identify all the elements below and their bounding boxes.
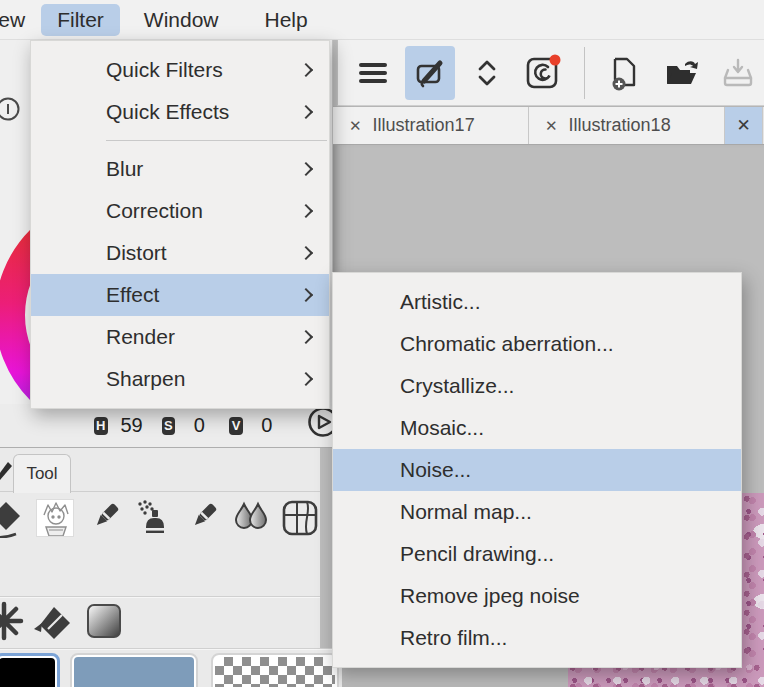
menu-item-artistic[interactable]: Artistic...: [333, 281, 741, 323]
chevron-right-icon: [299, 162, 313, 176]
menu-item-normal-map[interactable]: Normal map...: [333, 491, 741, 533]
liquify-tool-icon[interactable]: [280, 498, 320, 538]
menu-filter[interactable]: Filter: [41, 4, 120, 36]
menu-help[interactable]: Help: [249, 4, 324, 36]
menu-separator: [106, 140, 327, 141]
hsv-readout: H 59 S 0 V 0: [0, 404, 332, 448]
menu-item-label: Pencil drawing...: [400, 542, 554, 566]
brush-tool-icon[interactable]: [84, 498, 124, 538]
filter-menu: Quick Filters Quick Effects Blur Correct…: [30, 40, 330, 409]
object-select-icon[interactable]: [405, 46, 455, 100]
subtool-icon-row: [0, 601, 124, 641]
menu-item-label: Normal map...: [400, 500, 532, 524]
menu-item-label: Chromatic aberration...: [400, 332, 614, 356]
menu-item-label: Retro film...: [400, 626, 507, 650]
marker-brush-icon[interactable]: [182, 498, 222, 538]
clip-studio-icon[interactable]: [519, 46, 569, 100]
value-badge: V: [229, 417, 243, 435]
menu-item-effect[interactable]: Effect: [31, 274, 329, 316]
tab-tool[interactable]: Tool: [13, 454, 71, 493]
close-tab-icon[interactable]: ✕: [349, 117, 362, 135]
menu-item-mosaic[interactable]: Mosaic...: [333, 407, 741, 449]
menu-item-label: Mosaic...: [400, 416, 484, 440]
menu-item-correction[interactable]: Correction: [31, 190, 329, 232]
menu-item-render[interactable]: Render: [31, 316, 329, 358]
chevron-right-icon: [299, 204, 313, 218]
menu-item-distort[interactable]: Distort: [31, 232, 329, 274]
tool-icon-row: [0, 498, 320, 538]
sub-color-swatch[interactable]: [70, 653, 198, 687]
menu-item-label: Artistic...: [400, 290, 481, 314]
gradient-tool-icon[interactable]: [84, 601, 124, 641]
menu-item-retro-film[interactable]: Retro film...: [333, 617, 741, 659]
chevron-right-icon: [299, 330, 313, 344]
menu-item-label: Quick Filters: [106, 58, 223, 82]
chevron-right-icon: [299, 246, 313, 260]
starburst-tool-icon[interactable]: [0, 601, 24, 641]
chevron-right-icon: [299, 63, 313, 77]
saturation-value: 0: [184, 414, 214, 437]
menu-item-label: Noise...: [400, 458, 471, 482]
color-swatch-row: [0, 650, 342, 687]
airbrush-tool-icon[interactable]: [133, 498, 173, 538]
menu-item-label: Quick Effects: [106, 100, 229, 124]
close-tab-icon[interactable]: ✕: [736, 115, 750, 136]
menu-item-label: Remove jpeg noise: [400, 584, 580, 608]
command-bar: [337, 40, 764, 106]
toolbar-divider: [584, 47, 585, 99]
menu-item-quick-filters[interactable]: Quick Filters: [31, 49, 329, 91]
fill-bucket-icon[interactable]: [32, 601, 76, 641]
value-value: 0: [252, 414, 282, 437]
menu-item-sharpen[interactable]: Sharpen: [31, 358, 329, 400]
canvas-artwork[interactable]: [742, 493, 764, 687]
hue-badge: H: [94, 417, 108, 435]
tab-title: Illustration18: [569, 115, 671, 136]
tab-active-partial[interactable]: ✕: [725, 107, 763, 144]
hamburger-menu-icon[interactable]: [348, 46, 398, 100]
chevron-right-icon: [299, 105, 313, 119]
menu-item-remove-jpeg-noise[interactable]: Remove jpeg noise: [333, 575, 741, 617]
menu-item-noise[interactable]: Noise...: [333, 449, 741, 491]
menu-item-label: Effect: [106, 283, 159, 307]
effect-submenu: Artistic... Chromatic aberration... Crys…: [332, 272, 742, 668]
menu-item-crystallize[interactable]: Crystallize...: [333, 365, 741, 407]
tab-title: Illustration17: [373, 115, 475, 136]
tab-illustration18[interactable]: ✕ Illustration18: [529, 107, 725, 144]
menu-bar: View Filter Window Help: [0, 0, 764, 40]
menu-item-pencil-drawing[interactable]: Pencil drawing...: [333, 533, 741, 575]
menu-item-label: Crystallize...: [400, 374, 514, 398]
document-tab-bar: ✕ Illustration17 ✕ Illustration18 ✕: [333, 106, 764, 145]
main-color-swatch[interactable]: [0, 653, 60, 687]
brush-icon: [0, 460, 12, 480]
menu-item-label: Blur: [106, 157, 143, 181]
menu-item-label: Correction: [106, 199, 203, 223]
chevron-right-icon: [299, 288, 313, 302]
color-set-icon[interactable]: [305, 405, 332, 441]
menu-item-label: Render: [106, 325, 175, 349]
panel-divider: [0, 648, 344, 649]
hue-value: 59: [117, 414, 147, 437]
menu-item-label: Distort: [106, 241, 167, 265]
menu-item-chromatic-aberration[interactable]: Chromatic aberration...: [333, 323, 741, 365]
save-icon[interactable]: [714, 46, 764, 100]
clip-studio-paint-window: View Filter Window Help: [0, 0, 764, 687]
open-file-icon[interactable]: [657, 46, 707, 100]
marker-tool-icon[interactable]: [0, 498, 26, 538]
chevron-right-icon: [299, 372, 313, 386]
tool-tab-label: Tool: [26, 464, 57, 484]
menu-item-blur[interactable]: Blur: [31, 148, 329, 190]
menu-item-quick-effects[interactable]: Quick Effects: [31, 91, 329, 133]
new-document-icon[interactable]: [600, 46, 650, 100]
decoration-brush-thumbnail[interactable]: [35, 498, 75, 538]
close-tab-icon[interactable]: ✕: [545, 117, 558, 135]
blend-tool-icon[interactable]: [231, 498, 271, 538]
collapse-expand-icon[interactable]: [462, 46, 512, 100]
saturation-badge: S: [162, 417, 176, 435]
tool-panel-header: Tool: [0, 448, 320, 492]
menu-window[interactable]: Window: [128, 4, 235, 36]
transparent-color-swatch[interactable]: [211, 653, 339, 687]
menu-view[interactable]: View: [0, 4, 41, 36]
panel-divider: [0, 596, 320, 597]
tab-illustration17[interactable]: ✕ Illustration17: [333, 107, 529, 144]
menu-item-label: Sharpen: [106, 367, 185, 391]
